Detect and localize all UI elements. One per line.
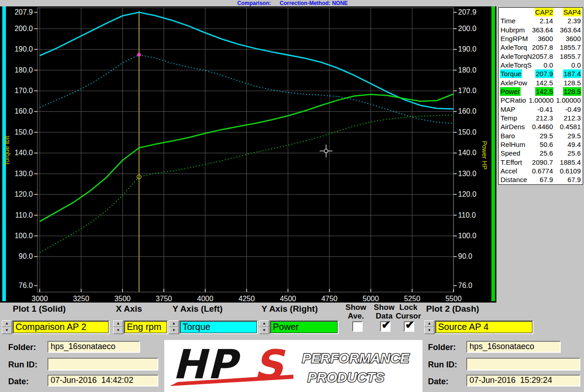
y-axis-right-select[interactable]: Power — [270, 320, 339, 334]
x-tick-label: 3000 — [31, 295, 48, 303]
folder-label: Folder: — [428, 343, 456, 352]
logo-tagline-2: PRODUCTS — [308, 370, 384, 385]
run-id-field-right[interactable] — [466, 358, 580, 371]
x-axis-select[interactable]: Eng rpm — [124, 320, 168, 334]
y-left-tick-label: 150.0 — [15, 128, 33, 136]
y-right-tick-label: 207.9 — [458, 8, 476, 16]
show-ave-label: ShowAve. — [343, 303, 369, 320]
y-right-tick-label: 150.0 — [458, 128, 476, 136]
y-right-tick-label: 100.0 — [458, 232, 476, 240]
y-right-tick-label: 160.0 — [458, 107, 476, 115]
y-left-tick-label: 170.0 — [15, 87, 33, 94]
plot2-spinner — [424, 320, 434, 334]
y-right-tick-label: 200.0 — [458, 25, 476, 32]
data-table: CAP2SAP4Time2.142.39Hubrpm363.64363.64En… — [498, 7, 583, 185]
y-right-tick-label: 90.0 — [458, 252, 472, 260]
y-left-tick-label: 207.9 — [15, 8, 33, 16]
logo-tagline-1: PERFORMANCE — [302, 350, 410, 366]
date-label: Date: — [428, 377, 448, 387]
table-row: Torque207.9187.4 — [499, 69, 583, 78]
plot1-label: Plot 1 (Solid) — [13, 304, 66, 314]
date-field-left[interactable]: 07-Jun-2016 14:42:02 — [47, 375, 158, 387]
spinner-down-icon[interactable] — [169, 327, 179, 334]
table-row: Baro29.529.5 — [499, 131, 583, 140]
dyno-chart[interactable]: 207.9207.9200.0200.0190.0190.0180.0180.0… — [0, 6, 496, 303]
spinner-up-icon[interactable] — [424, 320, 434, 327]
run-info-bar: Folder: hps_16sonataeco Run ID: Date: 07… — [0, 340, 584, 392]
plot2-select[interactable]: Source AP 4 — [435, 320, 533, 334]
right-axis-color-strip — [491, 6, 495, 301]
table-row: AirDens0.44600.4581 — [499, 122, 583, 131]
y-right-axis-title: Power HP — [481, 141, 488, 169]
y-right-tick-label: 110.0 — [458, 211, 476, 219]
plot1-spinner — [2, 320, 12, 334]
y-right-tick-label: 120.0 — [458, 190, 476, 198]
y-right-tick-label: 76.0 — [458, 282, 472, 289]
run-id-label: Run ID: — [428, 360, 457, 370]
lock-cursor-label: LockCursor — [391, 303, 426, 320]
show-data-checkbox[interactable]: ✔ — [380, 321, 391, 332]
top-status-bar: Comparison: Correction-Method: NONE — [0, 0, 584, 6]
lock-cursor-checkbox[interactable]: ✔ — [404, 321, 414, 332]
chart-region: 207.9207.9200.0200.0190.0190.0180.0180.0… — [0, 6, 496, 303]
spinner-down-icon[interactable] — [424, 327, 434, 334]
table-row: EngRPM36003600 — [499, 34, 583, 43]
table-row: Distance67.967.9 — [499, 175, 583, 184]
run-id-label: Run ID: — [8, 360, 37, 370]
y-left-tick-label: 100.0 — [15, 232, 33, 240]
hps-logo-box: HP S PERFORMANCE PRODUCTS — [164, 340, 422, 392]
x-tick-label: 5500 — [445, 295, 462, 303]
y-left-axis-title: Torque lbft — [3, 136, 10, 165]
table-row: Time2.142.39 — [499, 16, 583, 25]
x-tick-label: 3500 — [115, 295, 131, 303]
table-row: PCRatio1.000001.00000 — [499, 96, 583, 105]
table-row: Speed25.625.6 — [499, 149, 583, 157]
comparison-label: Comparison: — [237, 0, 271, 6]
spinner-up-icon[interactable] — [169, 320, 179, 327]
y-left-tick-label: 130.0 — [15, 170, 33, 178]
y-left-tick-label: 110.0 — [15, 211, 33, 219]
y-left-tick-label: 200.0 — [15, 25, 33, 32]
y-left-tick-label: 120.0 — [15, 190, 33, 198]
x-tick-label: 4500 — [280, 295, 296, 303]
table-row: Temp212.3212.3 — [499, 114, 583, 122]
x-tick-label: 5000 — [363, 295, 379, 303]
plot2-label: Plot 2 (Dash) — [426, 304, 479, 314]
spinner-up-icon[interactable] — [259, 320, 269, 327]
folder-field-left[interactable]: hps_16sonataeco — [47, 341, 140, 353]
table-row: AxlePow142.5128.5 — [499, 78, 583, 87]
y-axis-left-select[interactable]: Torque — [179, 320, 258, 334]
y-axis-right-label: Y Axis (Right) — [261, 304, 318, 314]
checkmark-icon: ✔ — [405, 319, 414, 331]
logo-s-text: S — [254, 341, 286, 389]
spinner-down-icon[interactable] — [259, 327, 269, 334]
table-row: MAP-0.41-0.49 — [499, 105, 583, 114]
controls-bar: Plot 1 (Solid) X Axis Y Axis (Left) Y Ax… — [0, 303, 584, 340]
crosshair-icon — [324, 149, 328, 153]
spinner-down-icon[interactable] — [2, 327, 12, 334]
spinner-down-icon[interactable] — [113, 327, 123, 334]
y-left-tick-label: 190.0 — [15, 45, 33, 53]
x-tick-label: 4000 — [197, 295, 214, 303]
spinner-up-icon[interactable] — [113, 320, 123, 327]
y-right-tick-label: 130.0 — [458, 170, 476, 178]
x-tick-label: 4750 — [321, 295, 338, 303]
table-row: RelHum50.649.4 — [499, 140, 583, 149]
folder-field-right[interactable]: hps_16sonataeco — [466, 341, 561, 353]
y-right-tick-label: 190.0 — [458, 45, 476, 53]
table-row: AxleTorq2057.81855.7 — [499, 43, 583, 52]
run-id-field-left[interactable] — [47, 358, 158, 371]
plot-frame — [37, 8, 454, 292]
y-right-tick-label: 180.0 — [458, 66, 476, 74]
folder-label: Folder: — [8, 343, 36, 352]
y-right-tick-label: 170.0 — [458, 87, 476, 94]
y-right-tick-label: 140.0 — [458, 149, 476, 157]
date-field-right[interactable]: 07-Jun-2016 15:29:24 — [466, 375, 580, 387]
y-left-tick-label: 180.0 — [15, 66, 33, 74]
y-left-tick-label: 90.0 — [19, 252, 33, 260]
checkmark-icon: ✔ — [381, 319, 391, 331]
spinner-up-icon[interactable] — [2, 320, 12, 327]
show-ave-checkbox[interactable] — [352, 321, 363, 332]
x-axis-spinner — [113, 320, 123, 334]
plot1-select[interactable]: Comparison AP 2 — [12, 320, 110, 334]
